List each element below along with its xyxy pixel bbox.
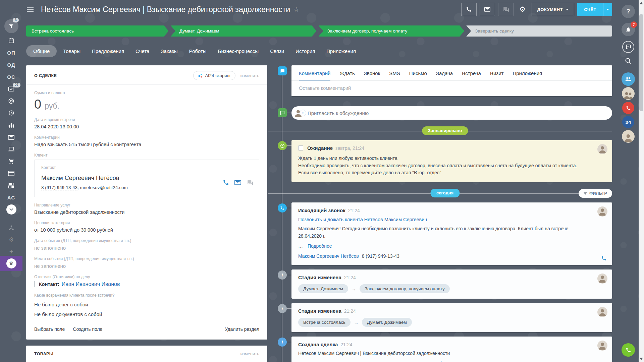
tab-invoices[interactable]: Счета (130, 45, 154, 57)
help-button[interactable]: ? (622, 5, 635, 18)
sidebar-item-sites[interactable] (0, 168, 22, 178)
stage-close-deal[interactable]: Завершить сделку (466, 25, 612, 37)
defendant-name-link[interactable]: Иван Иванович Иванов (62, 281, 120, 287)
deal-sum-value[interactable]: 0 (34, 97, 41, 112)
tab-products[interactable]: Товары (58, 45, 86, 57)
stage-thinking[interactable]: Думает. Дожимаем (171, 25, 317, 37)
edit-products-link[interactable]: изменить (240, 351, 259, 356)
sidebar-item-reports[interactable] (0, 120, 22, 130)
stage-meeting-held[interactable]: Встреча состоялась (26, 25, 169, 37)
sidebar-settings-button[interactable]: ⚙ (0, 235, 22, 245)
create-field-link[interactable]: Создать поле (73, 326, 102, 332)
invoice-button[interactable]: СЧЁТ (577, 3, 612, 16)
user-chat-avatar[interactable] (622, 130, 635, 143)
tab-comment[interactable]: Комментарий (299, 70, 330, 80)
field-value[interactable]: Надо взыскать 515 тысяч рублей с контраг… (34, 142, 259, 147)
sidebar-add-button[interactable]: + (0, 247, 22, 257)
field-value-empty[interactable]: не заполнено (34, 263, 259, 269)
tab-bizproc[interactable]: Бизнес-процессы (213, 45, 264, 57)
scroll-up-arrow[interactable] (640, 2, 643, 4)
sidebar-item-time[interactable] (0, 108, 22, 118)
sidebar-item-market[interactable]: ♛ (0, 256, 22, 271)
bar-chart-icon (8, 122, 14, 128)
callback-icon[interactable] (601, 255, 607, 261)
tab-letter[interactable]: Письмо (409, 70, 427, 80)
sidebar-item-os[interactable]: ОС (0, 72, 22, 82)
quick-call-button[interactable] (622, 343, 635, 357)
document-button[interactable]: ДОКУМЕНТ (532, 3, 575, 16)
sidebar-item-shop[interactable] (0, 156, 22, 166)
sidebar-item-network[interactable] (0, 223, 22, 233)
contact-chat-icon[interactable] (247, 180, 253, 185)
search-button[interactable] (625, 58, 632, 64)
sidebar-item-calendar[interactable] (0, 36, 22, 46)
field-value[interactable]: от 10 000 рублей до 30 000 рублей (34, 227, 259, 233)
comment-input[interactable]: Оставьте комментарий (291, 81, 612, 96)
page-scrollbar[interactable] (639, 0, 644, 362)
sidebar-item-ac[interactable]: АС (0, 192, 22, 202)
objection-value[interactable]: Не было документов с собой (34, 311, 259, 317)
contact-phone-link[interactable]: 8 (917) 949-13-43 (41, 185, 77, 190)
tab-general[interactable]: Общие (26, 45, 57, 57)
settings-button[interactable]: ⚙ (517, 3, 529, 16)
field-value[interactable]: 28.04.2020 13:00:00 (34, 124, 259, 129)
chat-avatar[interactable] (622, 87, 635, 100)
call-button[interactable] (461, 3, 477, 16)
delete-section-link[interactable]: Удалить раздел (225, 326, 259, 332)
sidebar-more-button[interactable] (0, 204, 22, 215)
tab-orders[interactable]: Заказы (156, 45, 182, 57)
field-value[interactable]: Взыскание дебиторской задолженности (34, 209, 259, 215)
tab-links[interactable]: Связи (265, 45, 289, 57)
add-participant-icon[interactable]: + (300, 110, 306, 116)
sidebar-item-apps[interactable] (0, 180, 22, 190)
invoice-dropdown-button[interactable] (603, 3, 612, 16)
edit-deal-link[interactable]: изменить (240, 73, 259, 78)
complete-checkbox[interactable] (298, 145, 303, 150)
telephony-button[interactable] (622, 102, 634, 114)
call-contact-link[interactable]: Максим Сергеевич Нетёсов (298, 253, 359, 259)
contact-call-icon[interactable] (223, 179, 229, 186)
group-chat-avatar[interactable] (622, 72, 635, 86)
section-title: ТОВАРЫ (34, 352, 53, 356)
call-activity-link[interactable]: Позвонить и дожать клиента Нетёсов Макси… (298, 217, 427, 222)
tab-meeting[interactable]: Встреча (462, 70, 481, 80)
filter-button[interactable]: ФИЛЬТР (579, 189, 612, 198)
tab-quotes[interactable]: Предложения (87, 45, 129, 57)
contact-email-icon[interactable] (234, 180, 241, 185)
more-link[interactable]: Подробнее (308, 243, 332, 249)
tab-applications[interactable]: Приложения (513, 70, 542, 80)
stage-contract[interactable]: Заключаем договор, получаем оплату (319, 25, 465, 37)
invite-to-discussion-input[interactable]: + Пригласить к обсуждению (291, 106, 612, 120)
sidebar-item-workspace[interactable] (0, 144, 22, 154)
tab-robots[interactable]: Роботы (184, 45, 212, 57)
hamburger-menu-icon[interactable] (27, 7, 34, 12)
email-button[interactable] (480, 3, 495, 16)
contact-email[interactable]: mnetesov@netit24.com (80, 185, 128, 190)
sidebar-item-op[interactable]: ОП (0, 48, 22, 58)
tab-apps[interactable]: Приложения (321, 45, 361, 57)
field-value-empty[interactable]: не заполнено (34, 245, 259, 251)
sidebar-item-mail[interactable] (0, 132, 22, 142)
scrollbar-thumb[interactable] (639, 14, 643, 111)
tab-wait[interactable]: Ждать (339, 70, 355, 80)
sidebar-item-crm-target[interactable] (0, 96, 22, 106)
contact-name-link[interactable]: Максим Сергеевич Нетёсов (41, 175, 252, 182)
tab-call[interactable]: Звонок (364, 70, 380, 80)
bitrix24-chat-avatar[interactable]: 24 (622, 116, 634, 128)
tab-task[interactable]: Задача (436, 70, 453, 80)
tab-history[interactable]: История (290, 45, 320, 57)
sidebar-item-tasks[interactable]: 27 (0, 84, 22, 94)
select-field-link[interactable]: Выбрать поле (34, 326, 65, 332)
favorite-star-icon[interactable]: ☆ (293, 6, 299, 13)
ai-scoring-button[interactable]: AI24-скоринг (193, 71, 235, 80)
sidebar-item-crm-funnel[interactable]: 3 (0, 19, 22, 34)
sidebar-item-od[interactable]: ОД (0, 60, 22, 70)
scroll-down-arrow[interactable] (640, 358, 643, 360)
call-phone-number[interactable]: 8 (917) 949-13-43 (362, 253, 399, 259)
tab-sms[interactable]: SMS (389, 70, 400, 80)
tab-visit[interactable]: Визит (490, 70, 504, 80)
messenger-button[interactable] (622, 41, 634, 53)
objection-value[interactable]: Не было денег с собой (34, 302, 259, 307)
notifications-button[interactable]: 7 (622, 23, 635, 36)
chat-button[interactable] (498, 3, 514, 16)
